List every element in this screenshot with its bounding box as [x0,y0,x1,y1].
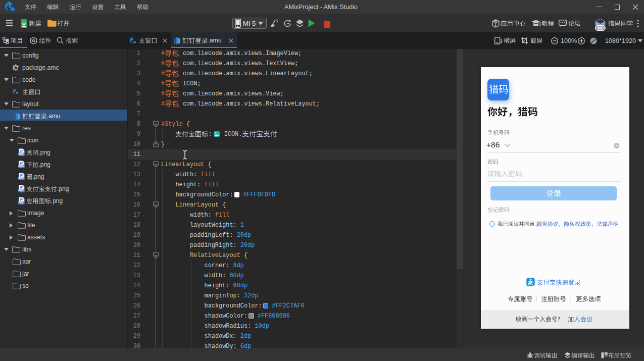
svg-text:P: P [20,197,23,202]
svg-text:PNG: PNG [18,201,24,204]
svg-text:PNG: PNG [18,177,24,180]
svg-text:VIP: VIP [598,26,603,30]
svg-text:PNG: PNG [18,165,24,168]
svg-text:PNG: PNG [18,189,24,192]
svg-text:P: P [20,161,23,166]
svg-text:PNG: PNG [18,153,24,156]
svg-text:P: P [20,185,23,190]
svg-text:P: P [20,149,23,153]
svg-text:P: P [20,173,23,178]
